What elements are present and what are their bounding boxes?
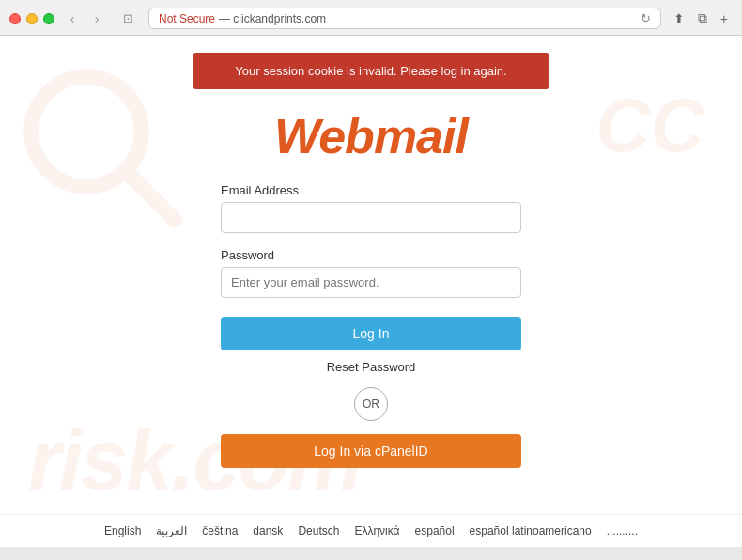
password-label: Password <box>221 248 521 262</box>
lang-spanish[interactable]: español <box>415 524 455 537</box>
page-content: risk.com CC Your session cookie is inval… <box>0 36 742 547</box>
url-text: — clickandprints.com <box>219 12 326 25</box>
error-banner: Your session cookie is invalid. Please l… <box>193 53 549 89</box>
language-bar: English العربية čeština dansk Deutsch Ελ… <box>0 514 742 547</box>
email-input[interactable] <box>221 202 521 233</box>
close-button[interactable] <box>9 13 21 24</box>
browser-chrome: ‹ › ⊡ Not Secure — clickandprints.com ↻ … <box>0 0 742 36</box>
or-divider: OR <box>221 387 521 421</box>
webmail-logo: Webmail <box>274 108 468 164</box>
or-label: OR <box>354 387 388 421</box>
lang-spanish-latin[interactable]: español latinoamericano <box>470 524 592 537</box>
address-bar[interactable]: Not Secure — clickandprints.com ↻ <box>148 8 661 29</box>
reset-password-anchor[interactable]: Reset Password <box>327 360 416 374</box>
lang-german[interactable]: Deutsch <box>298 524 339 537</box>
traffic-lights <box>9 13 54 24</box>
maximize-button[interactable] <box>43 13 54 24</box>
password-group: Password <box>221 248 521 298</box>
error-message: Your session cookie is invalid. Please l… <box>235 64 506 78</box>
reload-button[interactable]: ↻ <box>641 11 651 25</box>
login-form: Email Address Password Log In Reset Pass… <box>221 183 521 468</box>
lang-english[interactable]: English <box>104 524 141 537</box>
minimize-button[interactable] <box>26 13 38 24</box>
reset-password-link[interactable]: Reset Password <box>221 360 521 374</box>
title-bar: ‹ › ⊡ Not Secure — clickandprints.com ↻ … <box>0 0 742 35</box>
tab-overview-button[interactable]: ⊡ <box>115 8 141 29</box>
lang-arabic[interactable]: العربية <box>156 524 187 537</box>
share-button[interactable]: ⬆ <box>669 8 689 28</box>
email-label: Email Address <box>221 183 521 197</box>
email-group: Email Address <box>221 183 521 233</box>
add-button[interactable]: + <box>716 8 733 28</box>
forward-button[interactable]: › <box>86 8 107 29</box>
browser-actions: ⬆ ⧉ + <box>669 8 733 28</box>
password-input[interactable] <box>221 267 521 298</box>
security-indicator: Not Secure <box>159 12 215 25</box>
login-button[interactable]: Log In <box>221 317 521 350</box>
lang-czech[interactable]: čeština <box>202 524 238 537</box>
back-button[interactable]: ‹ <box>62 8 83 29</box>
lang-more[interactable]: .......... <box>607 524 638 537</box>
lang-danish[interactable]: dansk <box>253 524 283 537</box>
cpanel-login-button[interactable]: Log In via cPanelID <box>221 434 521 468</box>
nav-buttons: ‹ › <box>62 8 107 29</box>
new-tab-button[interactable]: ⧉ <box>693 8 712 28</box>
lang-greek[interactable]: Ελληνικά <box>354 524 399 537</box>
login-container: Your session cookie is invalid. Please l… <box>0 36 742 468</box>
